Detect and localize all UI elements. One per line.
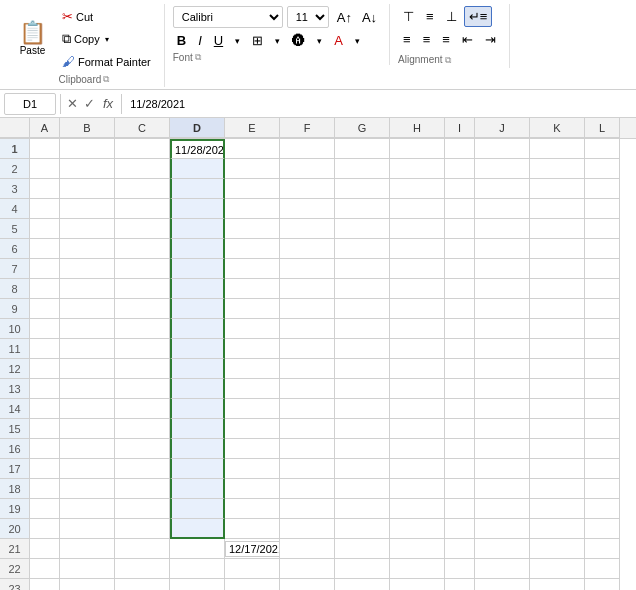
cell-F19[interactable] [280,499,335,519]
row-number[interactable]: 10 [0,319,30,339]
cell-D13[interactable] [170,379,225,399]
align-left-button[interactable]: ≡ [398,29,416,50]
cell-K22[interactable] [530,559,585,579]
cell-E21[interactable]: 12/17/202112/17/2021 [225,539,280,559]
cell-L7[interactable] [585,259,620,279]
cell-L4[interactable] [585,199,620,219]
cell-I9[interactable] [445,299,475,319]
cell-K7[interactable] [530,259,585,279]
cell-L11[interactable] [585,339,620,359]
cell-K17[interactable] [530,459,585,479]
row-number[interactable]: 1 [0,139,30,159]
cell-I5[interactable] [445,219,475,239]
cell-H3[interactable] [390,179,445,199]
cell-L1[interactable] [585,139,620,159]
cell-D11[interactable] [170,339,225,359]
cell-G16[interactable] [335,439,390,459]
row-number[interactable]: 2 [0,159,30,179]
cell-B20[interactable] [60,519,115,539]
cell-C13[interactable] [115,379,170,399]
row-number[interactable]: 9 [0,299,30,319]
cell-H11[interactable] [390,339,445,359]
cell-C16[interactable] [115,439,170,459]
cell-H22[interactable] [390,559,445,579]
cell-B19[interactable] [60,499,115,519]
cell-H15[interactable] [390,419,445,439]
cell-L15[interactable] [585,419,620,439]
cell-G20[interactable] [335,519,390,539]
cell-H2[interactable] [390,159,445,179]
cell-H4[interactable] [390,199,445,219]
cell-I2[interactable] [445,159,475,179]
decrease-font-button[interactable]: A↓ [358,8,381,27]
cell-A12[interactable] [30,359,60,379]
cell-F18[interactable] [280,479,335,499]
cell-C6[interactable] [115,239,170,259]
cell-F6[interactable] [280,239,335,259]
cell-F21[interactable] [280,539,335,559]
cell-I16[interactable] [445,439,475,459]
cell-I21[interactable] [445,539,475,559]
cell-L16[interactable] [585,439,620,459]
cell-E3[interactable] [225,179,280,199]
cell-A16[interactable] [30,439,60,459]
cell-A17[interactable] [30,459,60,479]
cell-H18[interactable] [390,479,445,499]
cell-H10[interactable] [390,319,445,339]
cell-C15[interactable] [115,419,170,439]
cell-F23[interactable] [280,579,335,590]
cell-E17[interactable] [225,459,280,479]
cell-C7[interactable] [115,259,170,279]
cell-B6[interactable] [60,239,115,259]
cell-L17[interactable] [585,459,620,479]
cell-reference-box[interactable]: D1 [4,93,56,115]
cell-I23[interactable] [445,579,475,590]
cell-H12[interactable] [390,359,445,379]
cell-C21[interactable] [115,539,170,559]
cell-K23[interactable] [530,579,585,590]
cell-F17[interactable] [280,459,335,479]
cell-D12[interactable] [170,359,225,379]
cell-C12[interactable] [115,359,170,379]
cell-H23[interactable] [390,579,445,590]
cell-L10[interactable] [585,319,620,339]
cell-G12[interactable] [335,359,390,379]
border-dropdown-icon[interactable]: ▾ [271,34,284,48]
row-number[interactable]: 13 [0,379,30,399]
cell-I13[interactable] [445,379,475,399]
cell-L8[interactable] [585,279,620,299]
italic-button[interactable]: I [194,31,206,50]
font-expand-icon[interactable]: ⧉ [195,52,201,63]
cell-I4[interactable] [445,199,475,219]
increase-indent-button[interactable]: ⇥ [480,29,501,50]
cell-F14[interactable] [280,399,335,419]
cell-K16[interactable] [530,439,585,459]
font-color-dropdown-icon[interactable]: ▾ [351,34,364,48]
cell-E9[interactable] [225,299,280,319]
cell-G4[interactable] [335,199,390,219]
font-size-select[interactable]: 11 [287,6,329,28]
cell-E10[interactable] [225,319,280,339]
row-number[interactable]: 21 [0,539,30,559]
cell-E5[interactable] [225,219,280,239]
cell-B7[interactable] [60,259,115,279]
cell-J20[interactable] [475,519,530,539]
cell-L21[interactable] [585,539,620,559]
cut-button[interactable]: ✂ Cut [57,6,156,27]
cell-K4[interactable] [530,199,585,219]
row-number[interactable]: 20 [0,519,30,539]
cell-F8[interactable] [280,279,335,299]
row-number[interactable]: 15 [0,419,30,439]
cell-A14[interactable] [30,399,60,419]
cell-H17[interactable] [390,459,445,479]
cell-I11[interactable] [445,339,475,359]
cell-A7[interactable] [30,259,60,279]
cell-B17[interactable] [60,459,115,479]
cell-J9[interactable] [475,299,530,319]
cell-H14[interactable] [390,399,445,419]
cell-F13[interactable] [280,379,335,399]
cell-A9[interactable] [30,299,60,319]
cell-J7[interactable] [475,259,530,279]
cell-J21[interactable] [475,539,530,559]
cell-C14[interactable] [115,399,170,419]
